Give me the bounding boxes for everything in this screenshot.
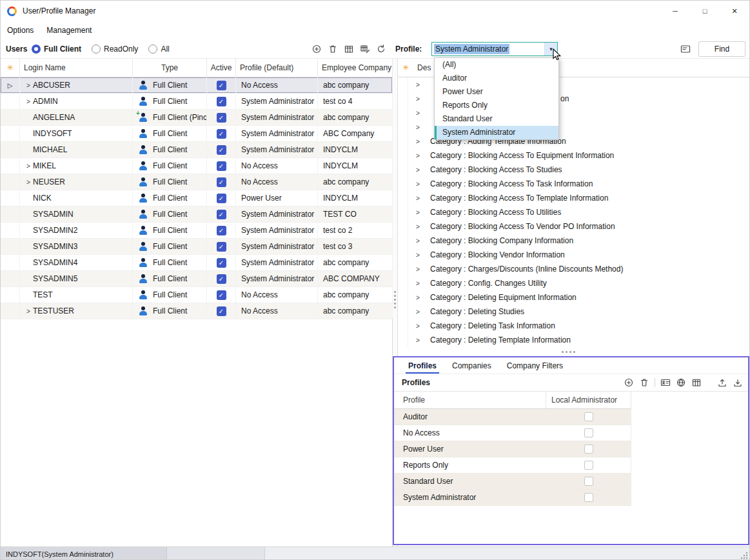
active-checkbox[interactable]: ✓ <box>217 290 226 300</box>
radio-readonly[interactable]: ReadOnly <box>92 45 138 54</box>
tree-item-category-blocking-access-to-equipment-information[interactable]: >Category : Blocking Access To Equipment… <box>398 148 750 163</box>
horizontal-splitter-grip[interactable] <box>562 351 575 353</box>
profile-row-reports-only[interactable]: Reports Only <box>394 457 631 474</box>
expand-icon[interactable]: > <box>416 181 425 188</box>
user-row-michael[interactable]: MICHAELFull Client✓System AdministratorI… <box>1 142 392 158</box>
tab-company-filters[interactable]: Company Filters <box>500 357 569 374</box>
column-header-login-name[interactable]: Login Name <box>20 59 133 77</box>
contact-card-icon[interactable] <box>660 377 671 388</box>
active-checkbox[interactable]: ✓ <box>217 161 226 171</box>
user-row-neuser[interactable]: >NEUSERFull Client✓No Accessabc company <box>1 174 392 190</box>
expand-icon[interactable]: > <box>24 163 33 170</box>
profile-row-auditor[interactable]: Auditor <box>394 409 631 425</box>
globe-icon[interactable] <box>676 377 686 388</box>
expand-icon[interactable]: > <box>416 110 425 117</box>
user-row-abcuser[interactable]: ▷>ABCUSERFull Client✓No Accessabc compan… <box>1 77 392 94</box>
expand-icon[interactable]: > <box>416 209 425 216</box>
user-row-sysadmin4[interactable]: SYSADMIN4Full Client✓System Administrato… <box>1 255 392 271</box>
expand-icon[interactable]: > <box>416 138 425 145</box>
maximize-button[interactable]: □ <box>690 1 720 21</box>
delete-profile-icon[interactable] <box>639 377 649 388</box>
column-header-profile[interactable]: Profile <box>394 392 546 408</box>
tab-companies[interactable]: Companies <box>446 357 498 374</box>
tree-item-category-deleting-task-information[interactable]: >Category : Deleting Task Information <box>398 319 750 333</box>
grid-columns-icon[interactable] <box>691 377 702 388</box>
active-checkbox[interactable]: ✓ <box>217 194 226 203</box>
add-profile-icon[interactable] <box>624 377 634 388</box>
profile-row-power-user[interactable]: Power User <box>394 441 631 457</box>
active-checkbox[interactable]: ✓ <box>217 242 226 252</box>
local-admin-checkbox[interactable] <box>584 493 593 502</box>
dropdown-option-all[interactable]: (All) <box>435 58 558 72</box>
user-row-sysadmin[interactable]: SYSADMINFull Client✓System Administrator… <box>1 206 392 223</box>
tree-item-category-blocking-access-to-task-information[interactable]: >Category : Blocking Access To Task Info… <box>398 177 750 191</box>
tree-item-category-deleting-studies[interactable]: >Category : Deleting Studies <box>398 305 750 319</box>
active-checkbox[interactable]: ✓ <box>217 306 226 316</box>
export-icon[interactable] <box>717 377 727 388</box>
profile-row-standard-user[interactable]: Standard User <box>394 474 631 490</box>
dropdown-option-reports-only[interactable]: Reports Only <box>435 99 558 112</box>
active-checkbox[interactable]: ✓ <box>217 226 226 235</box>
expand-icon[interactable]: > <box>416 280 425 287</box>
radio-full-client[interactable]: Full Client <box>32 45 81 54</box>
column-header-profile-default[interactable]: Profile (Default) <box>236 59 318 77</box>
expand-icon[interactable]: > <box>416 223 425 230</box>
tab-profiles[interactable]: Profiles <box>402 357 443 374</box>
user-row-angelena[interactable]: ANGELENA+Full Client (Pinc✓System Admini… <box>1 110 392 126</box>
column-header-employee-company[interactable]: Employee Company <box>318 59 393 77</box>
user-row-admin[interactable]: >ADMINFull Client✓System Administratorte… <box>1 94 392 110</box>
expand-icon[interactable]: > <box>416 323 425 330</box>
radio-all[interactable]: All <box>148 45 169 54</box>
dropdown-option-auditor[interactable]: Auditor <box>435 72 558 85</box>
expand-icon[interactable]: > <box>416 95 425 103</box>
delete-user-icon[interactable] <box>328 44 338 54</box>
active-checkbox[interactable]: ✓ <box>217 81 226 90</box>
active-checkbox[interactable]: ✓ <box>217 274 226 284</box>
active-checkbox[interactable]: ✓ <box>217 177 226 187</box>
resize-grip[interactable] <box>740 552 748 559</box>
minimize-button[interactable]: ─ <box>660 1 690 21</box>
profile-combobox[interactable]: System Administrator ▾ <box>431 42 558 56</box>
expand-icon[interactable]: > <box>416 337 425 344</box>
user-row-sysadmin3[interactable]: SYSADMIN3Full Client✓System Administrato… <box>1 239 392 255</box>
tree-item-category-config-changes-utility[interactable]: >Category : Config. Changes Utility <box>398 276 750 290</box>
user-row-testuser[interactable]: >TESTUSERFull Client✓No Accessabc compan… <box>1 303 392 319</box>
expand-icon[interactable]: > <box>416 237 425 245</box>
local-admin-checkbox[interactable] <box>584 412 593 421</box>
local-admin-checkbox[interactable] <box>584 477 593 486</box>
grid-design-icon[interactable] <box>360 44 370 54</box>
user-details-icon[interactable] <box>680 44 691 54</box>
profile-row-no-access[interactable]: No Access <box>394 425 631 441</box>
column-header-active[interactable]: Active <box>207 59 236 77</box>
expand-icon[interactable]: > <box>416 166 425 174</box>
tree-item-category-blocking-access-to-utilities[interactable]: >Category : Blocking Access To Utilities <box>398 205 750 219</box>
dropdown-option-power-user[interactable]: Power User <box>435 85 558 99</box>
tree-item-category-blocking-access-to-vendor-po-information[interactable]: >Category : Blocking Access To Vendor PO… <box>398 219 750 234</box>
profile-row-system-administrator[interactable]: System Administrator <box>394 490 631 506</box>
user-row-mikel[interactable]: >MIKELFull Client✓No AccessINDYCLM <box>1 158 392 174</box>
tree-item-category-blocking-vendor-information[interactable]: >Category : Blocking Vendor Information <box>398 248 750 262</box>
import-icon[interactable] <box>733 377 743 388</box>
expand-icon[interactable]: > <box>24 179 33 186</box>
user-row-indysoft[interactable]: INDYSOFTFull Client✓System Administrator… <box>1 126 392 142</box>
customize-column-header[interactable]: ✳ <box>1 59 20 77</box>
expand-icon[interactable]: > <box>416 294 425 301</box>
active-checkbox[interactable]: ✓ <box>217 113 226 123</box>
expand-icon[interactable]: > <box>24 82 33 89</box>
active-checkbox[interactable]: ✓ <box>217 97 226 106</box>
local-admin-checkbox[interactable] <box>584 461 593 470</box>
local-admin-checkbox[interactable] <box>584 445 593 454</box>
tree-item-category-blocking-access-to-studies[interactable]: >Category : Blocking Access To Studies <box>398 163 750 177</box>
dropdown-option-system-administrator[interactable]: System Administrator <box>435 126 558 139</box>
tree-item-category-charges-discounts-inline-discounts-method[interactable]: >Category : Charges/Discounts (Inline Di… <box>398 262 750 276</box>
expand-icon[interactable]: > <box>24 308 33 315</box>
expand-icon[interactable]: > <box>416 152 425 159</box>
expand-icon[interactable]: > <box>416 124 425 131</box>
user-row-nick[interactable]: NICKFull Client✓Power UserINDYCLM <box>1 190 392 206</box>
dropdown-option-standard-user[interactable]: Standard User <box>435 112 558 126</box>
column-header-type[interactable]: Type <box>133 59 207 77</box>
tree-item-category-deleting-equipment-information[interactable]: >Category : Deleting Equipment Informati… <box>398 290 750 305</box>
column-header-local-administrator[interactable]: Local Administrator <box>546 392 631 408</box>
active-checkbox[interactable]: ✓ <box>217 129 226 139</box>
menu-management[interactable]: Management <box>46 26 92 35</box>
